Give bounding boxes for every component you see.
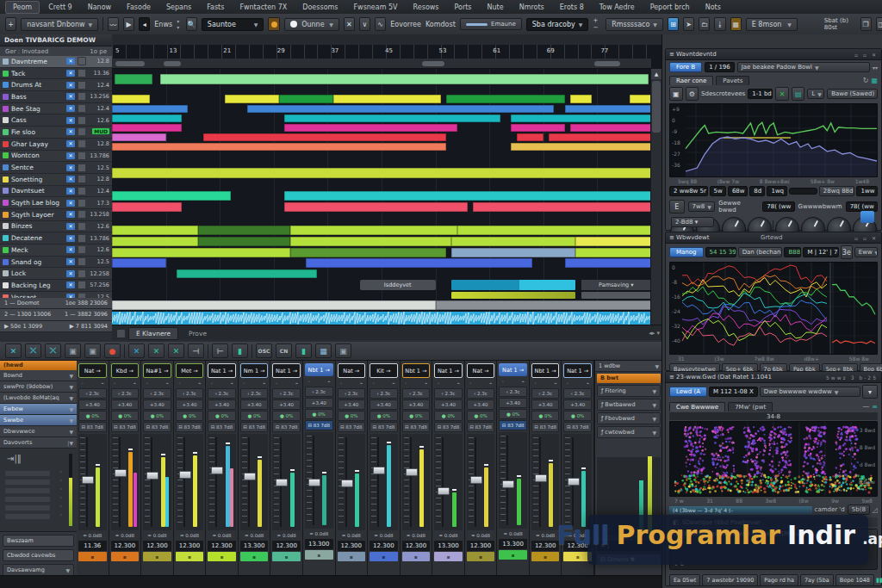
sidebar-dropdown[interactable]: Dbwvwwce▼ bbox=[0, 426, 77, 437]
track-checkbox[interactable] bbox=[78, 104, 86, 113]
spectro-apply-button[interactable]: 5b(8 bbox=[848, 504, 870, 515]
audio-clip[interactable] bbox=[177, 269, 317, 278]
sidebar-header[interactable]: (hewd bbox=[0, 361, 77, 370]
channel-db-row[interactable]: ⊟ 83 7d8 bbox=[563, 422, 592, 432]
monitor-button[interactable]: ✕ bbox=[66, 128, 75, 135]
track-checkbox[interactable] bbox=[78, 257, 86, 266]
routing-toggle[interactable]: ◦ bbox=[59, 494, 63, 501]
monitor-button[interactable]: ✕ bbox=[66, 282, 75, 288]
wave-tool-icon[interactable]: 〰 bbox=[108, 17, 119, 31]
mixer-channel-strip[interactable]: Nat 1 →◦⌁‹ 2.3c+3.40● 0%⊟ 83 7d8= 0.0d81… bbox=[270, 361, 303, 575]
monitor-button[interactable]: ✕ bbox=[66, 164, 75, 171]
channel-value[interactable]: 11.36 bbox=[78, 541, 107, 551]
monitor-button[interactable]: ✕ bbox=[66, 58, 75, 65]
sidebar-dropdown[interactable]: swwPre (9debow)▼ bbox=[0, 381, 77, 393]
audio-clip[interactable] bbox=[112, 226, 198, 235]
eq-l-dropdown[interactable]: L▼ bbox=[807, 89, 824, 99]
fader-cap[interactable] bbox=[179, 471, 191, 479]
channel-fader-area[interactable] bbox=[338, 434, 366, 530]
mixer-channel-strip[interactable]: Met →◦⌁‹ 2.3c+3.40● 0%⊟ 83 7d8= 0.0d812.… bbox=[174, 361, 207, 575]
audio-clip[interactable] bbox=[284, 115, 500, 122]
audio-clip[interactable] bbox=[112, 115, 182, 122]
track-checkbox[interactable] bbox=[78, 116, 86, 125]
mixer-channel-strip[interactable]: Nbt 1 →◦⌁‹ 2.3c+3.40● 0%⊟ 83 7d8= 0.0d81… bbox=[401, 361, 433, 575]
channel-fader-area[interactable] bbox=[240, 434, 269, 530]
import-icon[interactable]: ⭳ bbox=[714, 17, 725, 31]
channel-color-strip[interactable]: ▪ bbox=[338, 552, 366, 561]
fader-cap[interactable] bbox=[211, 467, 223, 474]
track-row[interactable]: Fie sloo✕MUD bbox=[0, 127, 112, 139]
channel-gain-row[interactable]: ‹ 2.3c bbox=[499, 387, 527, 397]
corner-resize-icon[interactable]: ◿ bbox=[873, 506, 878, 514]
channel-pan-row[interactable]: ● 0% bbox=[370, 411, 398, 421]
marker-handle[interactable] bbox=[422, 61, 444, 66]
channel-db-row[interactable]: ⊟ 83 7d8 bbox=[402, 422, 431, 432]
mixer-mode-button[interactable]: OSC bbox=[256, 344, 272, 358]
mixer-channel-strip[interactable]: Nat 1 →◦⌁‹ 2.3c+3.40● 0%⊟ 83 7d8= 0.0d81… bbox=[206, 361, 239, 575]
audio-clip[interactable] bbox=[451, 248, 575, 257]
audio-clip[interactable] bbox=[517, 133, 543, 141]
audio-clip[interactable] bbox=[511, 143, 651, 151]
channel-fader-area[interactable] bbox=[434, 434, 463, 530]
channel-color-strip[interactable]: ▪ bbox=[176, 552, 204, 561]
mixer-tool-icon[interactable]: ✕ bbox=[5, 344, 22, 358]
spectro-enable-pill[interactable]: Lewd (A bbox=[669, 387, 707, 397]
channel-db-row[interactable]: ⊟ 83 7d8 bbox=[531, 422, 560, 432]
channel-delay-row[interactable]: +3.40 bbox=[338, 399, 366, 410]
marker-handle[interactable] bbox=[164, 61, 181, 66]
channel-pan-row[interactable]: ● 0% bbox=[111, 411, 140, 421]
channel-db-row[interactable]: ⊟ 83 7d8 bbox=[467, 422, 495, 432]
menubar-item[interactable]: Nots bbox=[699, 2, 728, 13]
audio-clip[interactable] bbox=[284, 202, 468, 212]
routing-toggle[interactable]: ◦ bbox=[59, 468, 63, 475]
eq-meta-item[interactable]: 5w bbox=[710, 186, 726, 196]
channel-value[interactable]: 13.300 bbox=[434, 541, 463, 551]
channel-name[interactable]: Nat 1 → bbox=[563, 363, 592, 378]
audio-clip[interactable] bbox=[198, 237, 289, 246]
mixer-channel-strip[interactable]: Nm 1 →◦⌁‹ 2.3c+3.40● 0%⊟ 83 7d8= 0.0d813… bbox=[239, 361, 271, 575]
channel-gain-row[interactable]: ‹ 2.3c bbox=[305, 387, 333, 397]
audio-clip[interactable] bbox=[279, 95, 333, 103]
mixer-channel-strip[interactable]: Nat →◦⌁‹ 2.3c+3.40● 0%⊟ 83 7d8= 0.0d811.… bbox=[77, 361, 109, 575]
list-icon[interactable]: ≡ bbox=[872, 403, 878, 411]
tab-bar-arrows[interactable]: ◂▸ ▾ bbox=[649, 330, 660, 337]
channel-fader-area[interactable] bbox=[370, 434, 398, 530]
track-row[interactable]: Bee Stag✕12.4 bbox=[0, 103, 112, 115]
audio-clip[interactable] bbox=[112, 143, 446, 151]
mixer-channel-strip[interactable]: Nat →◦⌁‹ 2.3c+3.40● 0%⊟ 83 7d8= 0.0d812.… bbox=[465, 361, 498, 575]
fader-cap[interactable] bbox=[146, 472, 158, 480]
track-row[interactable]: Snand og✕12.5 bbox=[0, 257, 112, 269]
fader-cap[interactable] bbox=[244, 473, 256, 480]
analyzer-seg[interactable]: M | 12' | 7M' bbox=[803, 247, 839, 257]
routing-toggle[interactable]: ◦ bbox=[59, 511, 63, 518]
channel-pan-row[interactable]: ● 0% bbox=[78, 411, 107, 421]
grid-icon[interactable]: ▦ bbox=[871, 77, 878, 84]
channel-delay-row[interactable]: +3.40 bbox=[563, 399, 592, 410]
knob-blue-button[interactable] bbox=[860, 211, 874, 223]
channel-pan-row[interactable]: ● 0% bbox=[531, 411, 560, 421]
mixer-tool-icon[interactable]: ▮ bbox=[295, 344, 312, 358]
channel-value[interactable]: 13.300 bbox=[305, 539, 333, 549]
overview-button[interactable]: Isddeyvet bbox=[360, 280, 436, 290]
channel-name[interactable]: Met → bbox=[176, 363, 204, 378]
mixer-mode-button[interactable]: CN bbox=[276, 344, 292, 358]
channel-db-row[interactable]: ⊟ 83 7d8 bbox=[499, 420, 527, 430]
fader-cap[interactable] bbox=[535, 474, 547, 482]
channel-delay-row[interactable]: +3.40 bbox=[176, 399, 204, 410]
channel-color-strip[interactable]: ▪ bbox=[499, 550, 527, 560]
knob-type-dropdown[interactable]: 7w8▼ bbox=[688, 201, 716, 212]
tab-eq-curve[interactable]: Raer cone bbox=[669, 76, 713, 85]
channel-name[interactable]: Nat → bbox=[467, 363, 495, 378]
channel-delay-row[interactable]: +3.40 bbox=[499, 398, 527, 408]
audio-clip[interactable] bbox=[112, 95, 150, 103]
scrollbar-thumb[interactable] bbox=[652, 81, 661, 133]
monitor-button[interactable]: ✕ bbox=[66, 93, 75, 100]
double-chevron-icon[interactable]: ▾▾ bbox=[873, 65, 878, 71]
spectro-bottom-button[interactable]: Bepe 1048 bbox=[835, 574, 874, 586]
channel-value[interactable]: 12.300 bbox=[208, 541, 236, 551]
analyzer-btn[interactable]: 3e bbox=[841, 245, 853, 259]
audio-clip[interactable] bbox=[575, 248, 651, 257]
channel-gain-row[interactable]: ‹ 2.3c bbox=[467, 388, 495, 399]
channel-pan-row[interactable]: ● 0% bbox=[402, 411, 431, 421]
channel-gain-row[interactable]: ‹ 2.3c bbox=[240, 388, 269, 399]
